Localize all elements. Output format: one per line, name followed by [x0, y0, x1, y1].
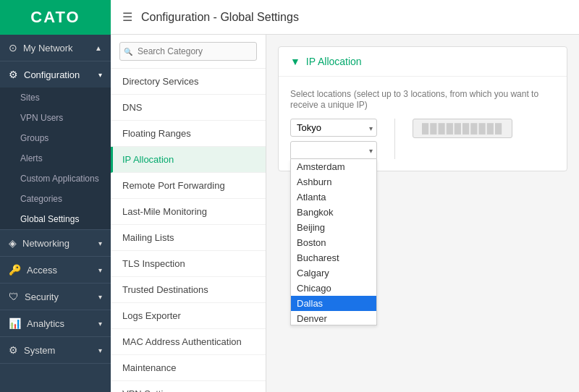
- my-network-icon: ⊙: [9, 42, 17, 54]
- configuration-submenu: Sites VPN Users Groups Alerts Custom App…: [0, 88, 111, 229]
- dropdown-list-item[interactable]: Bucharest: [291, 250, 376, 265]
- location-select-1-wrapper: Tokyo: [290, 119, 377, 137]
- category-list: Directory ServicesDNSFloating RangesIP A…: [111, 69, 266, 392]
- chevron-down-icon: ▾: [98, 266, 102, 274]
- category-item[interactable]: Trusted Destinations: [111, 277, 266, 303]
- sidebar-item-configuration[interactable]: ⚙ Configuration ▾: [0, 61, 111, 88]
- sidebar-item-label: Access: [27, 265, 57, 276]
- sidebar-item-label: System: [24, 345, 55, 356]
- location-select-1[interactable]: Tokyo: [290, 119, 377, 137]
- category-item[interactable]: TLS Inspection: [111, 251, 266, 277]
- dropdown-list: AmsterdamAshburnAtlantaBangkokBeijingBos…: [290, 159, 377, 325]
- dropdown-list-item[interactable]: Calgary: [291, 265, 376, 281]
- category-item[interactable]: IP Allocation: [111, 147, 266, 173]
- system-icon: ⚙: [9, 344, 18, 356]
- sidebar-item-analytics[interactable]: 📊 Analytics ▾: [0, 310, 111, 336]
- sidebar-sub-vpn-users[interactable]: VPN Users: [0, 108, 111, 128]
- category-item[interactable]: Logs Exporter: [111, 303, 266, 329]
- sidebar: ⊙ My Network ▲ ⚙ Configuration ▾ Sites V…: [0, 35, 111, 392]
- dropdown-list-item[interactable]: Amsterdam: [291, 159, 376, 174]
- sidebar-sub-custom-apps[interactable]: Custom Applications: [0, 169, 111, 189]
- chevron-down-icon: ▾: [98, 71, 102, 79]
- ip-card-header: ▼ IP Allocation: [279, 47, 567, 77]
- ip-value: ██████████: [422, 123, 503, 134]
- dropdown-search-input[interactable]: [290, 141, 377, 159]
- logo-text: CATO: [30, 8, 80, 27]
- sidebar-item-system[interactable]: ⚙ System ▾: [0, 337, 111, 363]
- select-locations-label: Select locations (select up to 3 locatio…: [290, 88, 555, 110]
- sidebar-item-security[interactable]: 🛡 Security ▾: [0, 284, 111, 310]
- access-icon: 🔑: [9, 264, 21, 276]
- sidebar-item-my-network[interactable]: ⊙ My Network ▲: [0, 35, 111, 61]
- sidebar-item-label: Configuration: [24, 69, 80, 80]
- main-panel: ▼ IP Allocation Select locations (select…: [266, 35, 579, 392]
- category-item[interactable]: Directory Services: [111, 69, 266, 95]
- chevron-down-icon: ▾: [98, 320, 102, 328]
- ip-allocation-card: ▼ IP Allocation Select locations (select…: [278, 46, 567, 171]
- search-input[interactable]: [119, 42, 257, 61]
- analytics-icon: 📊: [9, 318, 21, 329]
- dropdown-list-item[interactable]: Bangkok: [291, 205, 376, 220]
- ip-card-body: Select locations (select up to 3 locatio…: [279, 77, 567, 171]
- vertical-divider: [394, 119, 395, 159]
- dropdown-list-item[interactable]: Denver: [291, 311, 376, 325]
- sidebar-sub-sites[interactable]: Sites: [0, 88, 111, 108]
- sidebar-item-access[interactable]: 🔑 Access ▾: [0, 257, 111, 283]
- sidebar-item-label: My Network: [23, 43, 73, 54]
- dropdown-list-item[interactable]: Beijing: [291, 220, 376, 235]
- ip-card-title: IP Allocation: [306, 56, 362, 67]
- chevron-up-icon: ▲: [95, 44, 102, 52]
- logo: CATO: [0, 0, 111, 35]
- category-item[interactable]: Floating Ranges: [111, 121, 266, 147]
- configuration-icon: ⚙: [9, 69, 18, 80]
- dropdown-arrow-icon: ▾: [369, 146, 373, 154]
- category-item[interactable]: VPN Settings: [111, 381, 266, 392]
- sidebar-item-label: Networking: [22, 238, 69, 249]
- search-box: [111, 35, 266, 69]
- sidebar-sub-categories[interactable]: Categories: [0, 189, 111, 209]
- networking-icon: ◈: [9, 237, 17, 249]
- sidebar-item-label: Analytics: [27, 318, 64, 329]
- location-selects: Tokyo ▾ AmsterdamAshburnAtlantaBangkokBe…: [290, 119, 377, 159]
- location-select-2-container: ▾ AmsterdamAshburnAtlantaBangkokBeijingB…: [290, 141, 377, 159]
- category-item[interactable]: MAC Address Authentication: [111, 329, 266, 355]
- page-title: Configuration - Global Settings: [141, 11, 299, 24]
- category-item[interactable]: Remote Port Forwarding: [111, 173, 266, 199]
- chevron-down-icon: ▾: [98, 239, 102, 247]
- dropdown-list-item[interactable]: Ashburn: [291, 174, 376, 189]
- hamburger-icon[interactable]: ☰: [122, 10, 132, 24]
- dropdown-list-item[interactable]: Chicago: [291, 281, 376, 296]
- category-item[interactable]: Mailing Lists: [111, 225, 266, 251]
- dropdown-list-item[interactable]: Dallas: [291, 296, 376, 311]
- chevron-down-icon: ▾: [98, 293, 102, 301]
- dropdown-list-item[interactable]: Boston: [291, 235, 376, 250]
- dropdown-input-wrapper: ▾: [290, 141, 377, 159]
- category-item[interactable]: Maintenance: [111, 355, 266, 381]
- category-item[interactable]: Last-Mile Monitoring: [111, 199, 266, 225]
- dropdown-list-item[interactable]: Atlanta: [291, 189, 376, 205]
- category-panel: Directory ServicesDNSFloating RangesIP A…: [111, 35, 266, 392]
- sidebar-sub-alerts[interactable]: Alerts: [0, 148, 111, 169]
- collapse-icon[interactable]: ▼: [290, 56, 300, 67]
- sidebar-sub-groups[interactable]: Groups: [0, 128, 111, 148]
- security-icon: 🛡: [9, 291, 19, 302]
- category-item[interactable]: DNS: [111, 95, 266, 121]
- sidebar-item-label: Security: [25, 291, 59, 302]
- sidebar-sub-global-settings[interactable]: Global Settings: [0, 209, 111, 229]
- ip-display: ██████████: [413, 119, 512, 138]
- sidebar-item-networking[interactable]: ◈ Networking ▾: [0, 230, 111, 256]
- chevron-down-icon: ▾: [98, 346, 102, 354]
